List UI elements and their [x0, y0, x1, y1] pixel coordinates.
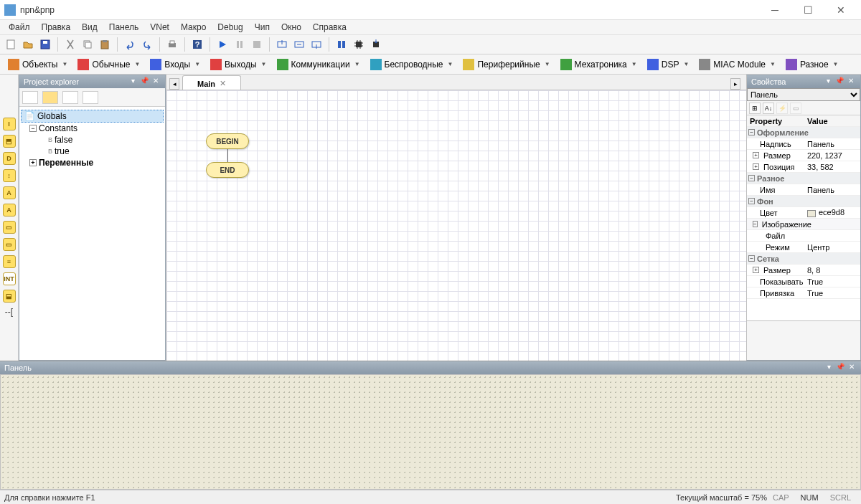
props-alpha-icon[interactable]: A↓	[763, 103, 774, 114]
flow-end-node[interactable]: END	[206, 162, 249, 178]
download-button[interactable]	[368, 37, 384, 52]
dock-tool-12[interactable]: --[	[5, 307, 13, 317]
prop-snap[interactable]: ПривязкаTrue	[747, 287, 860, 299]
dock-tool-1[interactable]: I	[3, 118, 16, 130]
panel-pin-icon[interactable]: 📌	[835, 363, 845, 373]
explorer-tab-3[interactable]	[62, 91, 78, 104]
maximize-button[interactable]: ☐	[792, 1, 824, 19]
prop-caption[interactable]: НадписьПанель	[747, 138, 860, 150]
design-panel-surface[interactable]	[0, 374, 861, 490]
dock-tool-6[interactable]: A	[3, 204, 16, 217]
comp-comms[interactable]: Коммуникации▼	[272, 57, 365, 72]
collapse-icon[interactable]: −	[748, 198, 755, 204]
comp-peripheral[interactable]: Периферийные▼	[458, 57, 555, 72]
props-cat-background[interactable]: −Фон	[747, 196, 860, 207]
dock-tool-5[interactable]: A	[3, 186, 16, 199]
comp-inputs[interactable]: Входы▼	[145, 57, 205, 72]
menu-file[interactable]: Файл	[3, 21, 36, 34]
panel-menu-icon[interactable]: ▾	[823, 77, 833, 87]
panel-pin-icon[interactable]: 📌	[834, 77, 844, 87]
collapse-icon[interactable]: −	[753, 221, 758, 227]
expand-icon[interactable]: +	[753, 267, 759, 273]
flow-begin-node[interactable]: BEGIN	[206, 133, 249, 149]
bottom-panel-header[interactable]: Панель ▾ 📌 ✕	[0, 361, 861, 374]
props-cat-misc[interactable]: −Разное	[747, 173, 860, 184]
dock-tool-2[interactable]: ⬒	[3, 135, 16, 148]
prop-gridsize[interactable]: +Размер8, 8	[747, 265, 860, 276]
redo-button[interactable]	[139, 37, 155, 52]
chip-button[interactable]	[351, 37, 367, 52]
expand-icon[interactable]: +	[753, 163, 759, 170]
comp-dsp[interactable]: DSP▼	[642, 57, 695, 72]
flowchart-canvas[interactable]: BEGIN END	[166, 90, 746, 361]
properties-object-selector[interactable]: Панель	[747, 88, 860, 101]
tree-true[interactable]: Btrue	[21, 146, 164, 157]
save-button[interactable]	[37, 37, 53, 52]
cut-button[interactable]	[62, 37, 78, 52]
menu-panel[interactable]: Панель	[103, 21, 144, 34]
explorer-tab-2[interactable]	[42, 91, 58, 104]
step-over-button[interactable]	[291, 37, 307, 52]
props-cat-appearance[interactable]: −Оформление	[747, 127, 860, 138]
print-button[interactable]	[164, 37, 180, 52]
dock-tool-3[interactable]: D	[3, 152, 16, 165]
help-toolbar-button[interactable]: ?	[189, 37, 205, 52]
dock-tool-10[interactable]: INT	[3, 272, 16, 285]
panel-menu-icon[interactable]: ▾	[128, 77, 138, 87]
panel-close-icon[interactable]: ✕	[847, 363, 857, 373]
tree-variables[interactable]: +Переменные	[21, 157, 164, 168]
props-page-icon[interactable]: ▭	[790, 103, 801, 114]
tree-constants[interactable]: −Constants	[21, 123, 164, 134]
dock-tool-9[interactable]: ≡	[3, 255, 16, 268]
compile-button[interactable]	[334, 37, 349, 52]
comp-misc[interactable]: Разное▼	[781, 57, 844, 72]
props-cat-grid[interactable]: −Сетка	[747, 253, 860, 265]
prop-color[interactable]: Цветece9d8	[747, 207, 860, 219]
menu-debug[interactable]: Debug	[212, 21, 248, 34]
prop-file[interactable]: Файл	[747, 230, 860, 242]
panel-pin-icon[interactable]: 📌	[139, 77, 149, 87]
menu-chip[interactable]: Чип	[249, 21, 276, 34]
new-button[interactable]	[3, 37, 19, 52]
minimize-button[interactable]: ─	[759, 1, 791, 19]
explorer-header[interactable]: Project explorer ▾ 📌 ✕	[19, 75, 165, 88]
menu-edit[interactable]: Правка	[36, 21, 77, 34]
tab-close-icon[interactable]: ✕	[220, 79, 226, 88]
collapse-icon[interactable]: −	[748, 129, 755, 135]
menu-macro[interactable]: Макро	[175, 21, 212, 34]
expand-icon[interactable]: +	[753, 152, 759, 158]
dock-tool-4[interactable]: ↕	[3, 169, 16, 182]
close-button[interactable]: ✕	[825, 1, 857, 19]
menu-vnet[interactable]: VNet	[144, 21, 175, 34]
prop-mode[interactable]: РежимЦентр	[747, 242, 860, 253]
menu-help[interactable]: Справка	[307, 21, 352, 34]
props-subcat-image[interactable]: −Изображение	[747, 219, 860, 230]
menu-view[interactable]: Вид	[76, 21, 103, 34]
step-into-button[interactable]	[274, 37, 290, 52]
comp-miac[interactable]: MIAC Module▼	[694, 57, 781, 72]
run-button[interactable]	[215, 37, 230, 52]
comp-wireless[interactable]: Беспроводные▼	[365, 57, 458, 72]
properties-header[interactable]: Свойства ▾ 📌 ✕	[747, 75, 860, 88]
tree-globals[interactable]: 📄Globals	[21, 110, 164, 123]
comp-mechatronics[interactable]: Мехатроника▼	[555, 57, 642, 72]
comp-objects[interactable]: Объекты▼	[3, 57, 72, 72]
comp-common[interactable]: Обычные▼	[72, 57, 145, 72]
copy-button[interactable]	[80, 37, 95, 52]
expand-icon[interactable]: +	[29, 159, 37, 166]
dock-tool-7[interactable]: ▭	[3, 221, 16, 234]
tab-scroll-right[interactable]: ▸	[730, 78, 740, 90]
tree-false[interactable]: Bfalse	[21, 134, 164, 146]
panel-close-icon[interactable]: ✕	[846, 77, 856, 87]
paste-button[interactable]	[97, 37, 113, 52]
collapse-icon[interactable]: −	[748, 255, 755, 262]
explorer-tab-4[interactable]	[83, 91, 98, 104]
prop-showgrid[interactable]: ПоказыватьTrue	[747, 276, 860, 287]
tab-main[interactable]: Main ✕	[182, 75, 241, 90]
collapse-icon[interactable]: −	[29, 125, 37, 132]
stop-button[interactable]	[249, 37, 265, 52]
tab-scroll-left[interactable]: ◂	[169, 78, 179, 90]
pause-button[interactable]	[232, 37, 248, 52]
dock-tool-8[interactable]: ▭	[3, 238, 16, 251]
prop-name[interactable]: ИмяПанель	[747, 184, 860, 196]
